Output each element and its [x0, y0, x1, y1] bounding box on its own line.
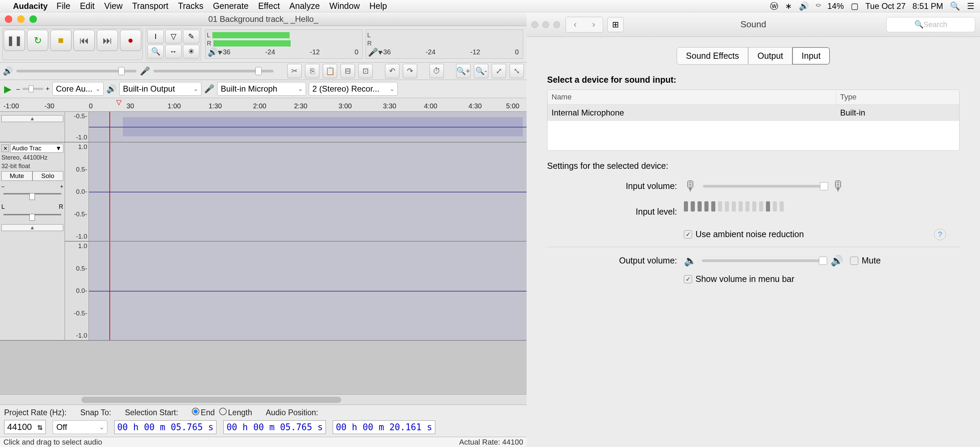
menu-generate[interactable]: Generate: [213, 1, 248, 11]
track1-head[interactable]: ▲: [0, 112, 65, 142]
help-button[interactable]: ?: [934, 228, 946, 240]
input-volume-slider[interactable]: [703, 185, 826, 188]
silence-button[interactable]: ⊡: [358, 64, 373, 78]
volume-icon[interactable]: 🔊: [799, 2, 809, 11]
tabs: Sound Effects Output Input: [547, 47, 959, 65]
selection-start-field[interactable]: 00 h 00 m 05.765 s: [114, 420, 217, 434]
record-volume-slider[interactable]: [154, 70, 274, 73]
snap-to-select[interactable]: Off: [52, 420, 107, 434]
track1-wave[interactable]: [89, 112, 527, 142]
menu-analyze[interactable]: Analyze: [289, 1, 320, 11]
snap-to-label: Snap To:: [80, 408, 111, 417]
stop-button[interactable]: ■: [50, 30, 72, 51]
date[interactable]: Tue Oct 27: [865, 2, 906, 11]
track-bitdepth: 32-bit float: [2, 163, 63, 170]
play-button[interactable]: ↻: [27, 30, 48, 51]
draw-tool[interactable]: ✎: [183, 30, 199, 43]
track2-head[interactable]: ✕ Audio Trac▼ Stereo, 44100Hz 32-bit flo…: [0, 143, 65, 340]
trim-button[interactable]: ⊟: [340, 64, 355, 78]
pause-button[interactable]: ❚❚: [4, 30, 25, 51]
tab-sound-effects[interactable]: Sound Effects: [677, 47, 748, 65]
length-radio[interactable]: [219, 408, 227, 415]
audio-position-field[interactable]: 00 h 00 m 20.161 s: [333, 420, 435, 434]
time[interactable]: 8:51 PM: [913, 2, 943, 11]
collapse-button[interactable]: ▲: [2, 115, 63, 122]
app-name[interactable]: Audacity: [13, 2, 48, 11]
selection-tool[interactable]: I: [147, 30, 164, 43]
speaker-icon[interactable]: 🔊▾: [208, 48, 222, 57]
playback-meter[interactable]: L R -36-24-120 🔊▾: [205, 29, 363, 59]
show-volume-checkbox[interactable]: ✓: [684, 275, 692, 283]
bluetooth-icon[interactable]: ∗: [785, 2, 792, 11]
envelope-tool[interactable]: ▽: [165, 30, 181, 43]
device-row[interactable]: Internal Microphone Built-in: [547, 105, 959, 121]
menu-help[interactable]: Help: [369, 1, 387, 11]
timeshift-tool[interactable]: ↔: [165, 45, 181, 59]
skip-end-button[interactable]: ⏭: [97, 30, 118, 51]
record-meter[interactable]: L R -36-24-120 🎤▾: [366, 29, 523, 59]
zoom-out-button[interactable]: 🔍-: [474, 64, 488, 78]
noise-reduction-checkbox[interactable]: ✓: [684, 230, 692, 239]
paste-button[interactable]: 📋: [323, 64, 337, 78]
mic-icon[interactable]: 🎤▾: [368, 48, 382, 57]
sound-prefs-window: ‹ › ⊞ Sound 🔍 Search Sound Effects Outpu…: [527, 12, 980, 327]
h-scrollbar[interactable]: [0, 395, 527, 405]
track-close-button[interactable]: ✕: [2, 144, 9, 152]
skip-start-button[interactable]: ⏮: [73, 30, 95, 51]
track-menu[interactable]: Audio Trac▼: [10, 144, 63, 153]
status-icon[interactable]: ⓦ: [770, 1, 778, 12]
zoom-fit-button[interactable]: ⤡: [509, 64, 524, 78]
output-device-select[interactable]: Built-in Output: [119, 82, 201, 96]
output-volume-slider[interactable]: [702, 259, 825, 262]
input-heading: Select a device for sound input:: [547, 75, 959, 85]
sync-lock-button[interactable]: ⏱: [430, 64, 444, 78]
play-icon[interactable]: ▶: [4, 83, 12, 95]
zoom-tool[interactable]: 🔍: [147, 45, 164, 59]
menu-edit[interactable]: Edit: [80, 1, 95, 11]
input-device-select[interactable]: Built-in Microph: [217, 82, 306, 96]
playback-volume-slider[interactable]: [16, 70, 137, 73]
zoom-sel-button[interactable]: ⤢: [492, 64, 506, 78]
mute-button[interactable]: Mute: [2, 171, 32, 181]
zoom-in-button[interactable]: 🔍+: [456, 64, 471, 78]
spotlight-icon[interactable]: 🔍: [950, 2, 960, 11]
menu-transport[interactable]: Transport: [132, 1, 169, 11]
selection-end-field[interactable]: 00 h 00 m 05.765 s: [223, 420, 326, 434]
output-volume-label: Output volume:: [547, 256, 684, 266]
multi-tool[interactable]: ✳: [183, 45, 199, 59]
menu-effect[interactable]: Effect: [258, 1, 280, 11]
menu-icon[interactable]: ☰: [967, 2, 975, 11]
track2-scale-r: 1.00.5-0.0--0.5--1.0: [65, 242, 89, 340]
solo-button[interactable]: Solo: [32, 171, 64, 181]
track2-wave-r[interactable]: [89, 242, 527, 340]
menu-view[interactable]: View: [104, 1, 123, 11]
menu-window[interactable]: Window: [329, 1, 360, 11]
tab-output[interactable]: Output: [748, 47, 792, 65]
redo-button[interactable]: ↷: [403, 64, 417, 78]
record-button[interactable]: ●: [120, 30, 141, 51]
pan-slider[interactable]: [3, 214, 61, 221]
channels-select[interactable]: 2 (Stereo) Recor...: [309, 82, 398, 96]
battery-pct[interactable]: 14%: [827, 2, 844, 11]
timeline-ruler[interactable]: -1:00 -30 0 30 1:00 1:30 2:00 2:30 3:00 …: [0, 98, 527, 112]
gain-slider[interactable]: [3, 193, 61, 200]
cut-button[interactable]: ✂: [287, 64, 302, 78]
tab-input[interactable]: Input: [792, 47, 830, 65]
wifi-icon[interactable]: ⌔: [816, 2, 821, 11]
menu-tracks[interactable]: Tracks: [178, 1, 204, 11]
menu-file[interactable]: File: [56, 1, 70, 11]
audio-host-select[interactable]: Core Au...: [52, 82, 103, 96]
end-radio[interactable]: [192, 408, 199, 415]
speaker-high-icon: 🔊: [830, 255, 843, 266]
copy-button[interactable]: ⎘: [305, 64, 319, 78]
undo-button[interactable]: ↶: [385, 64, 399, 78]
col-type[interactable]: Type: [836, 90, 959, 104]
status-bar: Click and drag to select audio Actual Ra…: [0, 437, 527, 447]
playhead-marker[interactable]: ▽: [116, 98, 121, 110]
project-rate-field[interactable]: 44100 ⇅: [4, 420, 46, 434]
mute-checkbox[interactable]: [850, 257, 858, 265]
collapse-button[interactable]: ▲: [2, 224, 63, 231]
col-name[interactable]: Name: [547, 90, 836, 104]
track2-wave-l[interactable]: [89, 143, 527, 241]
battery-icon[interactable]: ▢: [851, 2, 859, 11]
